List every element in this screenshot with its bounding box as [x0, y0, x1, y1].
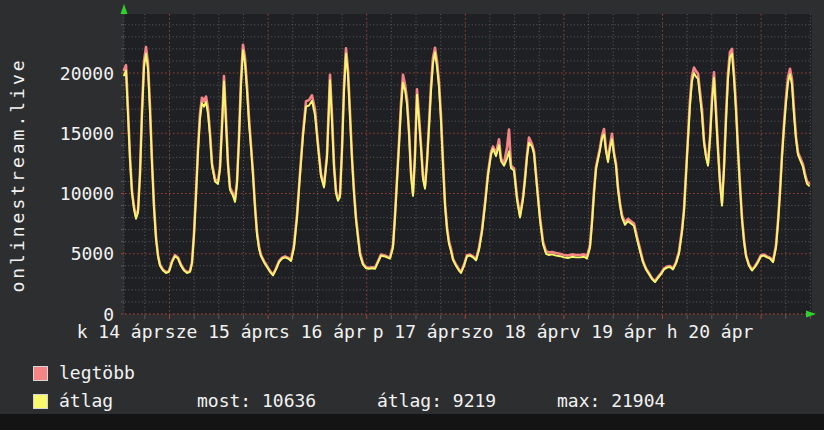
- legend-label-atlag: átlag: [59, 392, 113, 410]
- x-axis-day-label: p 17 ápr: [373, 321, 460, 342]
- stat-most: most: 10636: [197, 392, 316, 410]
- y-axis-title: onlinestream.live: [7, 57, 28, 292]
- stat-max: max: 21904: [557, 392, 665, 410]
- x-axis-day-label: h 20 ápr: [667, 321, 754, 342]
- legtobb-swatch-icon: [33, 366, 48, 381]
- x-axis-day-label: szo 18 ápr: [461, 321, 570, 342]
- legend-row-atlag: átlag: [33, 392, 113, 410]
- y-axis-label: 10000: [60, 183, 114, 204]
- graph-screen: 05000100001500020000k 14 áprsze 15 áprcs…: [0, 0, 824, 430]
- legend-label-legtobb: legtöbb: [59, 364, 135, 382]
- x-axis-day-label: sze 15 ápr: [165, 321, 274, 342]
- stat-atlag: átlag: 9219: [377, 392, 496, 410]
- y-axis-label: 20000: [60, 63, 114, 84]
- bottom-band: [0, 414, 824, 430]
- legend-row-legtobb: legtöbb: [33, 364, 135, 382]
- y-axis-label: 15000: [60, 123, 114, 144]
- atlag-swatch-icon: [33, 394, 48, 409]
- x-axis-day-label: v 19 ápr: [570, 321, 657, 342]
- x-axis-day-label: cs 16 ápr: [268, 321, 366, 342]
- y-axis-label: 5000: [71, 243, 114, 264]
- x-axis-day-label: k 14 ápr: [77, 321, 164, 342]
- y-axis-arrow-icon: [121, 4, 128, 14]
